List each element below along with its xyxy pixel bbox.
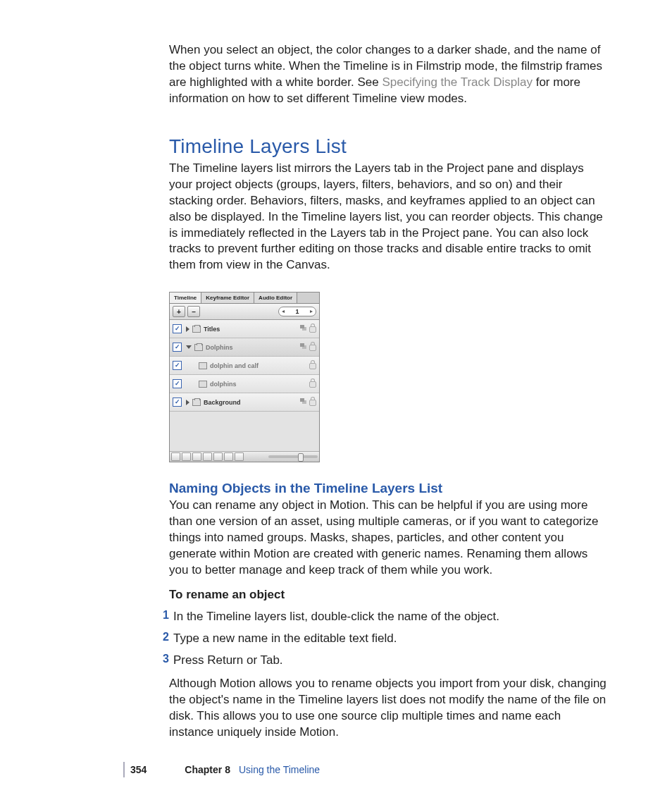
layer-name[interactable]: dolphin and calf: [210, 362, 259, 369]
remove-button[interactable]: –: [187, 306, 200, 317]
step-row: 2 Type a new name in the editable text f…: [169, 631, 609, 647]
layer-row[interactable]: Titles: [170, 320, 319, 338]
step-text: Type a new name in the editable text fie…: [173, 631, 397, 647]
pager: ◂ 1 ▸: [278, 307, 316, 316]
page-number: 354: [130, 764, 147, 775]
chapter-label: Chapter 8: [185, 764, 230, 775]
visibility-checkbox[interactable]: [173, 343, 182, 352]
step-text: Press Return or Tab.: [173, 653, 283, 669]
stack-icon: [300, 325, 307, 332]
link-specifying-track-display[interactable]: Specifying the Track Display: [382, 75, 533, 89]
visibility-checkbox[interactable]: [173, 324, 182, 333]
step-row: 3 Press Return or Tab.: [169, 653, 609, 669]
heading-naming-objects: Naming Objects in the Timeline Layers Li…: [169, 481, 609, 496]
show-hide-button[interactable]: [235, 452, 244, 461]
pager-next-icon[interactable]: ▸: [307, 307, 316, 316]
tab-audio-editor[interactable]: Audio Editor: [254, 292, 297, 303]
lock-icon[interactable]: [309, 345, 316, 351]
layer-icon: [199, 362, 207, 369]
lock-icon[interactable]: [309, 363, 316, 369]
heading-timeline-layers-list: Timeline Layers List: [169, 135, 609, 158]
zoom-slider[interactable]: [268, 455, 318, 458]
step-post-paragraph: Although Motion allows you to rename obj…: [169, 676, 609, 741]
step-number: 1: [154, 609, 173, 625]
empty-list-area: [170, 412, 319, 452]
layer-name[interactable]: dolphins: [210, 381, 237, 388]
stack-icon: [300, 398, 307, 405]
step-row: 1 In the Timeline layers list, double-cl…: [169, 609, 609, 625]
chapter-title: Using the Timeline: [239, 764, 320, 775]
layer-name[interactable]: Titles: [204, 326, 220, 333]
visibility-checkbox[interactable]: [173, 398, 182, 407]
pager-prev-icon[interactable]: ◂: [279, 307, 287, 316]
tab-timeline[interactable]: Timeline: [170, 292, 201, 303]
show-hide-button[interactable]: [182, 452, 191, 461]
layer-row[interactable]: dolphin and calf: [170, 357, 319, 375]
tab-keyframe-editor[interactable]: Keyframe Editor: [201, 292, 254, 303]
disclosure-triangle-icon[interactable]: [186, 400, 189, 405]
show-hide-button[interactable]: [224, 452, 233, 461]
stack-icon: [300, 343, 307, 350]
group-icon: [192, 399, 201, 406]
visibility-checkbox[interactable]: [173, 379, 182, 388]
disclosure-triangle-icon[interactable]: [186, 326, 189, 332]
show-hide-button[interactable]: [213, 452, 223, 461]
step-number: 3: [154, 653, 173, 669]
layer-row[interactable]: Dolphins: [170, 338, 319, 357]
lock-icon[interactable]: [309, 381, 316, 388]
step-text: In the Timeline layers list, double-clic…: [173, 609, 499, 625]
layer-row[interactable]: dolphins: [170, 375, 319, 393]
pager-value: 1: [287, 308, 307, 315]
task-title: To rename an object: [169, 587, 609, 603]
h2-paragraph: You can rename any object in Motion. Thi…: [169, 498, 609, 579]
layer-name[interactable]: Dolphins: [206, 344, 233, 351]
panel-bottom-bar: [170, 452, 319, 462]
page-footer: 354 Chapter 8 Using the Timeline: [0, 762, 672, 777]
panel-toolbar: + – ◂ 1 ▸: [170, 304, 319, 320]
lock-icon[interactable]: [309, 326, 316, 333]
group-icon: [192, 326, 201, 333]
layer-row[interactable]: Background: [170, 393, 319, 412]
figure-timeline-layers-panel: Timeline Keyframe Editor Audio Editor + …: [169, 292, 320, 462]
intro-paragraph: When you select an object, the color cha…: [169, 42, 609, 107]
disclosure-triangle-icon[interactable]: [186, 345, 192, 349]
show-hide-button[interactable]: [171, 452, 180, 461]
layer-icon: [199, 381, 207, 388]
panel-tabs: Timeline Keyframe Editor Audio Editor: [170, 292, 319, 304]
show-hide-button[interactable]: [203, 452, 212, 461]
step-number: 2: [154, 631, 173, 647]
manual-page: When you select an object, the color cha…: [0, 0, 672, 807]
show-hide-button[interactable]: [192, 452, 201, 461]
lock-icon[interactable]: [309, 400, 316, 406]
group-icon: [194, 344, 203, 351]
add-button[interactable]: +: [173, 306, 185, 317]
visibility-checkbox[interactable]: [173, 361, 182, 370]
h1-paragraph: The Timeline layers list mirrors the Lay…: [169, 161, 609, 274]
layer-name[interactable]: Background: [204, 399, 241, 406]
task-block: To rename an object 1 In the Timeline la…: [169, 587, 609, 741]
